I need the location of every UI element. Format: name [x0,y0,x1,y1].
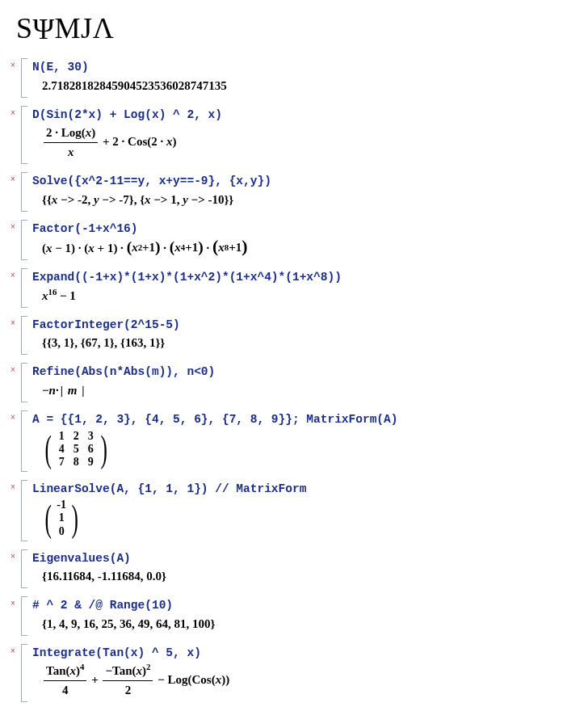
close-icon[interactable]: × [11,647,15,655]
close-icon[interactable]: × [11,223,15,231]
cell-output: {1, 4, 9, 16, 25, 36, 49, 64, 81, 100} [32,614,557,634]
close-icon[interactable]: × [11,414,15,422]
cell: ×LinearSolve(A, {1, 1, 1}) // MatrixForm… [0,478,563,543]
cell-output: Tan(x)44 + −Tan(x)22 − Log(Cos(x)) [32,661,557,701]
cell-output: x16 − 1 [32,286,557,306]
cell-bracket[interactable] [21,106,27,165]
cell: ×D(Sin(2*x) + Log(x) ^ 2, x)2 · Log(x)x … [0,104,563,166]
close-icon[interactable]: × [11,600,15,608]
close-icon[interactable]: × [11,553,15,561]
close-icon[interactable]: × [11,319,15,327]
cell-input[interactable]: Factor(-1+x^16) [32,221,557,238]
cell-input[interactable]: LinearSolve(A, {1, 1, 1}) // MatrixForm [32,482,557,498]
cell-bracket[interactable] [21,316,27,356]
close-icon[interactable]: × [11,483,15,491]
cell-input[interactable]: D(Sin(2*x) + Log(x) ^ 2, x) [32,107,557,124]
cell-output: 2.71828182845904523536028747135 [32,76,557,96]
cell-bracket[interactable] [21,58,27,98]
cell-input[interactable]: Integrate(Tan(x) ^ 5, x) [32,646,557,662]
cell-input[interactable]: N(E, 30) [32,60,557,76]
cell-bracket[interactable] [21,480,27,541]
cell-input[interactable]: Eigenvalues(A) [32,551,557,567]
close-icon[interactable]: × [11,366,15,374]
cell-output: {{x −> -2, y −> -7}, {x −> 1, y −> -10}} [32,190,557,210]
close-icon[interactable]: × [11,61,15,69]
cell-input[interactable]: # ^ 2 & /@ Range(10) [32,598,557,614]
cell-bracket[interactable] [21,549,27,589]
cell: ×N(E, 30)2.71828182845904523536028747135 [0,57,563,99]
cell-output: {{3, 1}, {67, 1}, {163, 1}} [32,333,557,353]
cell: ×Eigenvalues(A){16.11684, -1.11684, 0.0} [0,548,563,591]
cell-bracket[interactable] [21,410,27,472]
cell: ×# ^ 2 & /@ Range(10){1, 4, 9, 16, 25, 3… [0,595,563,638]
close-icon[interactable]: × [11,109,15,117]
close-icon[interactable]: × [11,175,15,183]
cell-input[interactable]: A = {{1, 2, 3}, {4, 5, 6}, {7, 8, 9}}; M… [32,412,557,428]
cell-bracket[interactable] [21,363,27,402]
cell-input[interactable]: FactorInteger(2^15-5) [32,318,557,334]
cell-input[interactable]: Solve({x^2-11==y, x+y==-9}, {x,y}) [32,174,557,190]
cell: ×FactorInteger(2^15-5){{3, 1}, {67, 1}, … [0,314,563,357]
cell-input[interactable]: Expand((-1+x)*(1+x)*(1+x^2)*(1+x^4)*(1+x… [32,270,557,286]
cell: ×Expand((-1+x)*(1+x)*(1+x^2)*(1+x^4)*(1+… [0,267,563,309]
cell-output: (123456789) [32,428,557,470]
cell: ×Solve({x^2-11==y, x+y==-9}, {x,y}){{x −… [0,170,563,213]
cell-output: {16.11684, -1.11684, 0.0} [32,566,557,587]
cell-output: (x − 1) · (x + 1) · (x2 + 1) · (x4 + 1) … [32,237,557,259]
close-icon[interactable]: × [11,271,15,280]
cell-bracket[interactable] [21,644,27,703]
cell: ×Refine(Abs(n*Abs(m)), n<0)−n·| m | [0,361,563,404]
cell: ×A = {{1, 2, 3}, {4, 5, 6}, {7, 8, 9}}; … [0,409,563,473]
cell-output: −n·| m | [32,381,557,401]
cell-bracket[interactable] [21,220,27,261]
cell-output: 2 · Log(x)x + 2 · Cos(2 · x) [32,123,557,162]
cell-input[interactable]: Refine(Abs(n*Abs(m)), n<0) [32,364,557,381]
brand-logo: SΨMJΛ [0,11,563,53]
cell-bracket[interactable] [21,172,27,212]
cell: ×Integrate(Tan(x) ^ 5, x)Tan(x)44 + −Tan… [0,642,563,705]
cell-bracket[interactable] [21,268,27,308]
cell: ×Factor(-1+x^16)(x − 1) · (x + 1) · (x2 … [0,218,563,263]
cell-bracket[interactable] [21,596,27,636]
cell-output: (-110) [32,497,557,539]
